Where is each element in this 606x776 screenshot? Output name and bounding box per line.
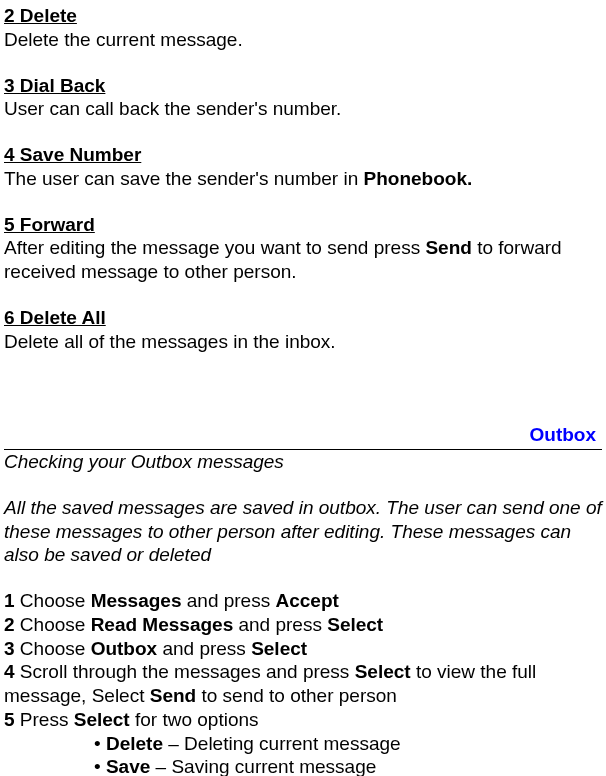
step-bold: Messages xyxy=(91,590,182,611)
section-heading: 5 Forward xyxy=(4,213,602,237)
step-text: Scroll through the messages and press xyxy=(15,661,355,682)
bullet-bold: Save xyxy=(106,756,150,776)
step-text: Choose xyxy=(15,614,91,635)
section-title-outbox: Outbox xyxy=(530,424,597,445)
body-bold: Send xyxy=(425,237,471,258)
section-title-row: Outbox xyxy=(4,423,602,450)
body-bold: Phonebook. xyxy=(364,168,473,189)
step-2: 2 Choose Read Messages and press Select xyxy=(4,613,602,637)
step-text: and press xyxy=(157,638,251,659)
step-bold: Accept xyxy=(275,590,338,611)
section-5-forward: 5 Forward After editing the message you … xyxy=(4,213,602,284)
section-body: Delete the current message. xyxy=(4,28,602,52)
step-num: 2 xyxy=(4,614,15,635)
bullet-text: – Saving current message xyxy=(150,756,376,776)
step-bold: Select xyxy=(327,614,383,635)
section-body: Delete all of the messages in the inbox. xyxy=(4,330,602,354)
bullet-bold: Delete xyxy=(106,733,163,754)
step-bold: Select xyxy=(74,709,130,730)
step-num: 3 xyxy=(4,638,15,659)
body-text: The user can save the sender's number in xyxy=(4,168,364,189)
section-body: User can call back the sender's number. xyxy=(4,97,602,121)
step-bold: Send xyxy=(150,685,196,706)
outbox-intro-title: Checking your Outbox messages xyxy=(4,450,602,474)
bullet-text: – Deleting current message xyxy=(163,733,401,754)
section-heading: 3 Dial Back xyxy=(4,74,602,98)
step-text: and press xyxy=(181,590,275,611)
step-4: 4 Scroll through the messages and press … xyxy=(4,660,602,708)
section-heading: 6 Delete All xyxy=(4,306,602,330)
section-heading: 4 Save Number xyxy=(4,143,602,167)
section-6-delete-all: 6 Delete All Delete all of the messages … xyxy=(4,306,602,354)
spacer xyxy=(4,375,602,423)
section-body: After editing the message you want to se… xyxy=(4,236,602,284)
section-3-dial-back: 3 Dial Back User can call back the sende… xyxy=(4,74,602,122)
step-text: and press xyxy=(233,614,327,635)
step-num: 1 xyxy=(4,590,15,611)
step-1: 1 Choose Messages and press Accept xyxy=(4,589,602,613)
bullet-marker: • xyxy=(94,733,101,754)
step-bold: Select xyxy=(251,638,307,659)
step-3: 3 Choose Outbox and press Select xyxy=(4,637,602,661)
step-text: for two options xyxy=(130,709,259,730)
section-2-delete: 2 Delete Delete the current message. xyxy=(4,4,602,52)
step-text: Choose xyxy=(15,590,91,611)
step-num: 5 xyxy=(4,709,15,730)
bullet-delete: • Delete – Deleting current message xyxy=(4,732,602,756)
spacer xyxy=(4,474,602,496)
step-num: 4 xyxy=(4,661,15,682)
step-5: 5 Press Select for two options xyxy=(4,708,602,732)
document-page: 2 Delete Delete the current message. 3 D… xyxy=(0,0,606,776)
step-bold: Read Messages xyxy=(91,614,234,635)
bullet-marker: • xyxy=(94,756,101,776)
outbox-intro-body: All the saved messages are saved in outb… xyxy=(4,496,602,567)
section-4-save-number: 4 Save Number The user can save the send… xyxy=(4,143,602,191)
section-body: The user can save the sender's number in… xyxy=(4,167,602,191)
step-bold: Outbox xyxy=(91,638,158,659)
bullet-save: • Save – Saving current message xyxy=(4,755,602,776)
step-text: to send to other person xyxy=(196,685,397,706)
section-heading: 2 Delete xyxy=(4,4,602,28)
body-text: After editing the message you want to se… xyxy=(4,237,425,258)
step-text: Choose xyxy=(15,638,91,659)
step-text: Press xyxy=(15,709,74,730)
spacer xyxy=(4,567,602,589)
step-bold: Select xyxy=(355,661,411,682)
